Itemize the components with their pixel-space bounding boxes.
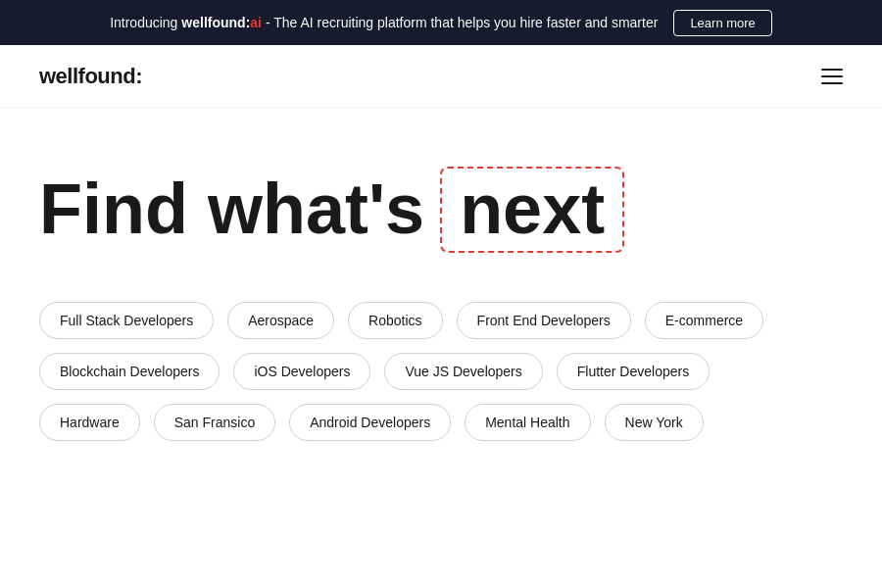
tag-android-developers[interactable]: Android Developers — [289, 404, 451, 441]
banner-text: Introducing wellfound:ai - The AI recrui… — [110, 15, 658, 30]
tags-row-3: Hardware San Fransico Android Developers… — [39, 404, 843, 441]
tag-robotics[interactable]: Robotics — [348, 302, 442, 339]
hamburger-line-3 — [821, 82, 843, 84]
hamburger-line-2 — [821, 75, 843, 77]
tags-row-2: Blockchain Developers iOS Developers Vue… — [39, 353, 843, 390]
tag-san-fransico[interactable]: San Fransico — [154, 404, 275, 441]
tags-row-1: Full Stack Developers Aerospace Robotics… — [39, 302, 843, 339]
tag-full-stack-developers[interactable]: Full Stack Developers — [39, 302, 214, 339]
tags-container: Full Stack Developers Aerospace Robotics… — [39, 302, 843, 441]
tag-ios-developers[interactable]: iOS Developers — [233, 353, 370, 390]
hero-headline: Find what's next — [39, 167, 843, 253]
tag-aerospace[interactable]: Aerospace — [227, 302, 334, 339]
headline-highlight-text: next — [440, 167, 624, 253]
hamburger-line-1 — [821, 69, 843, 71]
banner-suffix: - The AI recruiting platform that helps … — [262, 15, 658, 30]
banner-brand: wellfound: — [181, 15, 250, 30]
tag-hardware[interactable]: Hardware — [39, 404, 140, 441]
tag-vuejs-developers[interactable]: Vue JS Developers — [384, 353, 542, 390]
headline-static-text: Find what's — [39, 172, 424, 247]
hamburger-menu-button[interactable] — [821, 69, 843, 84]
top-banner: Introducing wellfound:ai - The AI recrui… — [0, 0, 882, 45]
learn-more-button[interactable]: Learn more — [673, 10, 771, 36]
banner-ai: ai — [250, 15, 262, 30]
tag-ecommerce[interactable]: E-commerce — [645, 302, 763, 339]
tag-flutter-developers[interactable]: Flutter Developers — [557, 353, 710, 390]
tag-blockchain-developers[interactable]: Blockchain Developers — [39, 353, 220, 390]
tag-front-end-developers[interactable]: Front End Developers — [457, 302, 631, 339]
main-content: Find what's next Full Stack Developers A… — [0, 108, 882, 470]
header: wellfound: — [0, 45, 882, 108]
tag-mental-health[interactable]: Mental Health — [465, 404, 590, 441]
logo: wellfound: — [39, 64, 142, 89]
tag-new-york[interactable]: New York — [605, 404, 704, 441]
banner-intro: Introducing — [110, 15, 181, 30]
